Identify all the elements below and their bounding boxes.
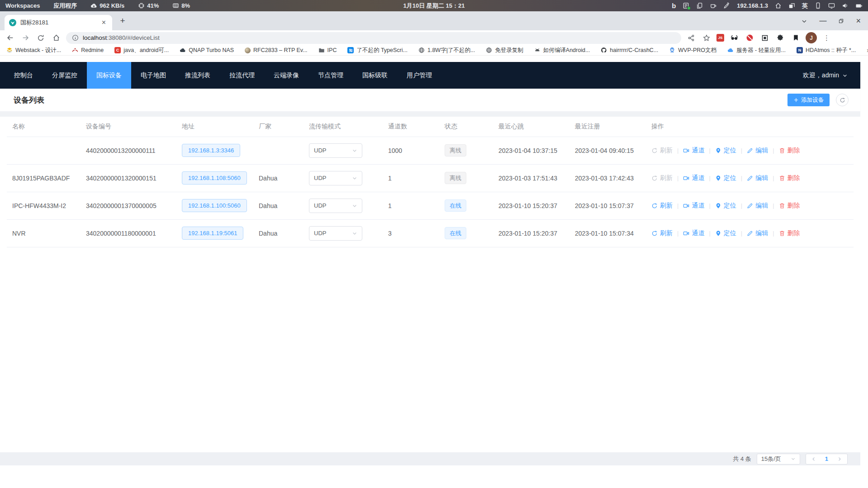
input-method-indicator[interactable]: 英 [802, 2, 808, 10]
back-button[interactable] [5, 33, 15, 43]
battery-icon[interactable] [855, 2, 863, 9]
page-number[interactable]: 1 [821, 455, 833, 462]
prev-page-button[interactable] [807, 456, 821, 462]
coffee-app-icon[interactable] [710, 2, 716, 9]
refresh-action[interactable]: 刷新 [651, 174, 673, 182]
clipboard-icon[interactable] [696, 2, 703, 9]
stream-mode-select[interactable]: UDP [309, 226, 362, 241]
nav-item-split-screen[interactable]: 分屏监控 [43, 62, 87, 89]
window-switcher-icon[interactable] [788, 2, 795, 9]
status-badge: 在线 [445, 199, 466, 212]
address-bar[interactable]: localhost:38080/#/deviceList [66, 32, 681, 44]
edit-action[interactable]: 编辑 [747, 229, 768, 237]
profile-avatar[interactable]: J [806, 32, 817, 43]
bookmark-qnap[interactable]: QNAP Turbo NAS [180, 47, 234, 53]
close-window-button[interactable]: × [856, 16, 861, 26]
add-device-button[interactable]: 添加设备 [787, 94, 830, 106]
nav-item-user-manage[interactable]: 用户管理 [397, 62, 441, 89]
color-picker-icon[interactable] [723, 2, 730, 9]
phone-link-icon[interactable] [815, 2, 821, 9]
bookmark-webstack[interactable]: Webstack - 设计... [6, 47, 61, 54]
js-extension-icon[interactable]: JS [716, 34, 724, 42]
user-menu[interactable]: 欢迎，admin [803, 62, 860, 89]
page-size-select[interactable]: 15条/页 [757, 454, 800, 464]
bookmark-article[interactable]: 1.8W字|了不起的... [418, 47, 475, 54]
ip-address-indicator[interactable]: 192.168.1.3 [737, 2, 768, 9]
reload-button[interactable] [35, 33, 46, 43]
refresh-action[interactable]: 刷新 [651, 229, 673, 237]
flag-extension-icon[interactable] [790, 33, 801, 43]
bing-icon[interactable]: b [672, 2, 676, 9]
delete-action[interactable]: 删除 [779, 202, 800, 210]
edit-action[interactable]: 编辑 [747, 174, 768, 182]
volume-icon[interactable] [842, 2, 849, 9]
browser-tab[interactable]: 国标28181 × [5, 15, 112, 30]
applications-menu[interactable]: 应用程序 [53, 2, 77, 10]
workspaces-button[interactable]: Workspaces [5, 2, 40, 9]
stream-mode-select[interactable]: UDP [309, 171, 362, 185]
stream-mode-select[interactable]: UDP [309, 199, 362, 213]
locate-action[interactable]: 定位 [715, 174, 736, 182]
bookmark-rfc2833[interactable]: RFC2833 – RTP Ev... [245, 47, 308, 53]
stream-mode-select[interactable]: UDP [309, 143, 362, 158]
delete-action[interactable]: 删除 [779, 229, 800, 237]
device-address-button[interactable]: 192.168.1.19:5061 [182, 227, 243, 240]
channels-action[interactable]: 通道 [683, 174, 704, 182]
forward-button[interactable] [20, 33, 31, 43]
adblocker-icon[interactable] [744, 33, 755, 43]
screenshot-extension-icon[interactable] [759, 33, 770, 43]
dark-reader-icon[interactable] [729, 33, 740, 43]
channels-action[interactable]: 通道 [683, 229, 704, 237]
nav-item-gb-devices[interactable]: 国标设备 [87, 62, 131, 89]
chevron-down-icon [352, 148, 357, 153]
tab-close-icon[interactable]: × [100, 19, 108, 26]
bookmark-android-build[interactable]: 如何编译Android... [534, 47, 590, 54]
device-address-button[interactable]: 192.168.1.108:5060 [182, 171, 247, 185]
bookmark-zhihu[interactable]: 知了不起的 TypeScri... [347, 47, 408, 54]
page-content: 控制台 分屏监控 国标设备 电子地图 推流列表 拉流代理 云端录像 节点管理 国… [0, 56, 868, 488]
extensions-puzzle-icon[interactable] [775, 33, 786, 43]
nav-item-push-list[interactable]: 推流列表 [175, 62, 220, 89]
new-tab-button[interactable]: + [117, 15, 128, 27]
toolbar-home-button[interactable] [51, 33, 62, 43]
bookmark-redmine[interactable]: Redmine [72, 47, 104, 53]
refresh-action[interactable]: 刷新 [651, 202, 673, 210]
refresh-list-button[interactable] [836, 94, 849, 106]
bookmark-server[interactable]: 服务器 - 轻量应用... [727, 47, 786, 54]
bookmark-csdn[interactable]: Cjava、android可... [114, 47, 169, 54]
delete-action[interactable]: 删除 [779, 147, 800, 155]
browser-menu-icon[interactable]: ⋮ [821, 34, 832, 42]
nav-item-e-map[interactable]: 电子地图 [131, 62, 175, 89]
restore-button[interactable] [838, 17, 844, 25]
bookmark-github[interactable]: hairrrrr/C-CrashC... [601, 47, 658, 53]
nav-item-pull-proxy[interactable]: 拉流代理 [220, 62, 264, 89]
locate-action[interactable]: 定位 [715, 147, 736, 155]
edit-action[interactable]: 编辑 [747, 202, 768, 210]
home-icon[interactable] [775, 2, 782, 9]
bookmark-folder-ipc[interactable]: IPC [318, 47, 337, 53]
nav-item-cloud-record[interactable]: 云端录像 [264, 62, 308, 89]
channels-action[interactable]: 通道 [683, 202, 704, 210]
nav-item-gb-cascade[interactable]: 国标级联 [353, 62, 397, 89]
share-icon[interactable] [686, 33, 697, 43]
nav-item-node-manage[interactable]: 节点管理 [308, 62, 353, 89]
locate-action[interactable]: 定位 [715, 202, 736, 210]
bookmark-wvp-docs[interactable]: WVP-PRO文档 [669, 47, 716, 54]
minimize-button[interactable]: — [819, 17, 826, 25]
locate-action[interactable]: 定位 [715, 229, 736, 237]
bookmark-copy-tool[interactable]: 免登录复制 [486, 47, 523, 54]
nav-item-dashboard[interactable]: 控制台 [5, 62, 43, 89]
edit-action[interactable]: 编辑 [747, 147, 768, 155]
bookmark-hdatmos[interactable]: NHDAtmos :: 种子 *... [797, 47, 856, 54]
channels-action[interactable]: 通道 [683, 147, 704, 155]
next-page-button[interactable] [833, 456, 846, 462]
display-icon[interactable] [828, 2, 835, 9]
device-address-button[interactable]: 192.168.1.3:3346 [182, 144, 240, 157]
tab-search-icon[interactable] [801, 17, 807, 25]
site-info-icon[interactable] [72, 34, 79, 41]
refresh-action[interactable]: 刷新 [651, 147, 673, 155]
device-address-button[interactable]: 192.168.1.100:5060 [182, 199, 247, 212]
notes-app-icon[interactable] [683, 2, 689, 9]
delete-action[interactable]: 删除 [779, 174, 800, 182]
bookmark-star-icon[interactable] [701, 33, 712, 43]
